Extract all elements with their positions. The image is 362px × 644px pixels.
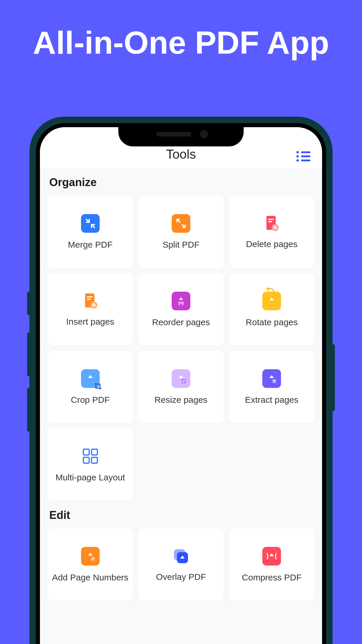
section-title-organize: Organize — [49, 176, 314, 189]
tool-compress-pdf[interactable]: Compress PDF — [229, 528, 314, 601]
svg-rect-1 — [268, 221, 272, 222]
tool-overlay-pdf[interactable]: Overlay PDF — [138, 528, 224, 601]
tool-reorder-pages[interactable]: Reorder pages — [138, 273, 224, 346]
svg-rect-11 — [83, 449, 89, 455]
tool-label: Overlay PDF — [156, 572, 206, 582]
tool-label: Extract pages — [245, 395, 298, 405]
tool-resize-pages[interactable]: Resize pages — [138, 351, 224, 423]
tool-label: Insert pages — [66, 317, 114, 327]
tool-label: Crop PDF — [71, 395, 110, 405]
tool-label: Resize pages — [154, 395, 208, 405]
list-view-toggle-button[interactable] — [296, 151, 310, 162]
section-title-edit: Edit — [49, 509, 314, 522]
tool-label: Compress PDF — [242, 573, 302, 582]
svg-point-8 — [182, 304, 184, 305]
phone-side-button — [27, 292, 31, 315]
insert-pages-icon — [82, 292, 99, 310]
tool-label: Reorder pages — [152, 317, 210, 327]
tool-delete-pages[interactable]: Delete pages — [229, 196, 314, 268]
tool-split-pdf[interactable]: Split PDF — [138, 196, 224, 268]
tool-label: Rotate pages — [246, 317, 298, 327]
phone-frame: Tools Organize Merge PDF — [29, 117, 333, 644]
tool-rotate-pages[interactable]: Rotate pages — [229, 273, 314, 346]
tool-multipage-layout[interactable]: Multi-page Layout — [48, 428, 133, 501]
tool-label: Multi-page Layout — [55, 473, 125, 482]
svg-rect-6 — [178, 302, 184, 304]
svg-rect-4 — [87, 299, 91, 300]
svg-rect-14 — [92, 457, 97, 463]
svg-rect-3 — [87, 296, 93, 298]
extract-icon — [262, 369, 281, 388]
crop-icon — [81, 369, 100, 388]
resize-icon — [172, 369, 190, 388]
tool-extract-pages[interactable]: Extract pages — [229, 351, 314, 423]
phone-side-button — [27, 332, 31, 376]
page-numbers-icon: # — [81, 547, 100, 566]
grid-layout-icon — [81, 447, 100, 466]
phone-side-button — [331, 344, 335, 411]
svg-point-7 — [178, 304, 180, 305]
overlay-icon — [172, 547, 190, 565]
reorder-icon — [172, 292, 190, 310]
svg-rect-12 — [92, 449, 97, 455]
delete-pages-icon — [263, 215, 280, 232]
rotate-icon — [262, 292, 281, 310]
edit-grid: # Add Page Numbers Overlay PDF — [48, 528, 314, 601]
tool-label: Delete pages — [246, 239, 298, 249]
marketing-headline: All-in-One PDF App — [0, 0, 362, 62]
tool-label: Merge PDF — [68, 240, 113, 250]
merge-icon — [81, 214, 100, 233]
svg-text:#: # — [92, 557, 94, 561]
svg-rect-13 — [83, 457, 89, 463]
tool-label: Add Page Numbers — [52, 573, 129, 582]
page-title: Tools — [166, 147, 196, 162]
tool-add-page-numbers[interactable]: # Add Page Numbers — [48, 528, 133, 601]
split-icon — [172, 214, 190, 233]
tool-crop-pdf[interactable]: Crop PDF — [48, 351, 133, 423]
tool-insert-pages[interactable]: Insert pages — [48, 273, 133, 346]
phone-notch — [118, 123, 244, 146]
compress-icon — [262, 547, 281, 566]
content-scroll[interactable]: Organize Merge PDF Split PDF — [40, 168, 322, 644]
phone-side-button — [27, 388, 31, 432]
tool-label: Split PDF — [163, 240, 200, 250]
organize-grid: Merge PDF Split PDF Delete pages — [48, 196, 314, 501]
tool-merge-pdf[interactable]: Merge PDF — [48, 196, 133, 268]
svg-rect-0 — [268, 219, 274, 220]
app-screen: Tools Organize Merge PDF — [40, 127, 322, 644]
